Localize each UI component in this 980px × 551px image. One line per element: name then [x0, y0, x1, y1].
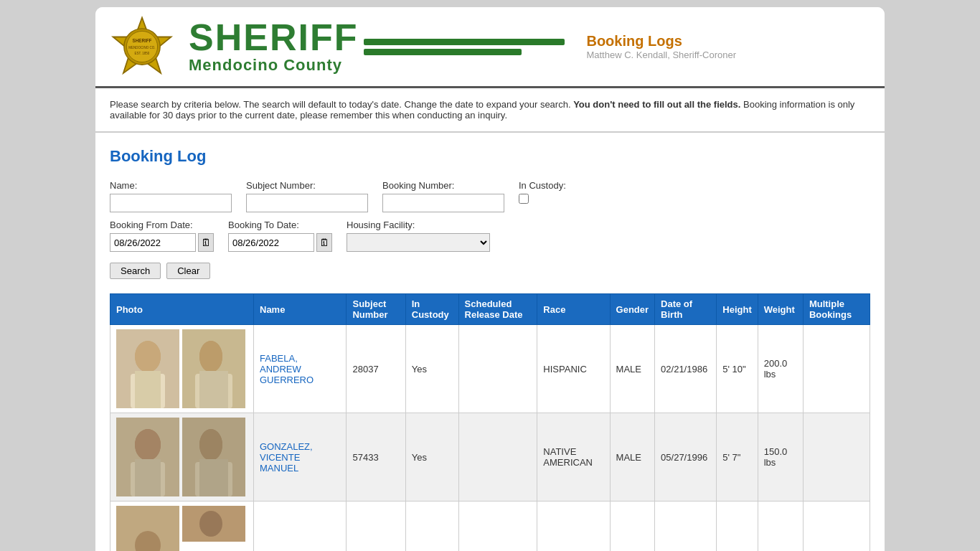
- scheduled-release-cell-2: [458, 413, 537, 501]
- in-custody-checkbox[interactable]: [519, 194, 529, 204]
- booking-from-group: Booking From Date: 🗓: [110, 220, 214, 252]
- height-cell-2: 5' 7": [717, 413, 758, 501]
- mugshot-front-2: [116, 418, 179, 496]
- col-photo: Photo: [110, 294, 254, 325]
- subject-number-input[interactable]: [246, 194, 368, 212]
- booking-logs-block: Booking Logs Matthew C. Kendall, Sheriff…: [586, 33, 736, 60]
- dob-cell-2: 05/27/1996: [655, 413, 717, 501]
- table-row: [110, 501, 870, 552]
- subject-number-cell-3: [347, 501, 405, 552]
- name-link-1[interactable]: FABELA, ANDREW GUERRERO: [260, 353, 314, 385]
- table-body: FABELA, ANDREW GUERRERO 28037 Yes HISPAN…: [110, 325, 870, 552]
- svg-rect-10: [135, 371, 161, 408]
- green-bars: [364, 39, 565, 55]
- name-field-group: Name:: [110, 180, 232, 212]
- form-row-1: Name: Subject Number: Booking Number: In…: [110, 180, 870, 212]
- weight-cell-2: 150.0 lbs: [758, 413, 803, 501]
- name-cell-2[interactable]: GONZALEZ, VICENTE MANUEL: [254, 413, 347, 501]
- booking-number-input[interactable]: [382, 194, 504, 212]
- info-text-1: Please search by criteria below. The sea…: [110, 99, 571, 110]
- table-header-row: Photo Name Subject Number In Custody Sch…: [110, 294, 870, 325]
- subject-number-cell-1: 28037: [347, 325, 405, 413]
- subject-number-cell-2: 57433: [347, 413, 405, 501]
- svg-point-29: [199, 511, 222, 537]
- dob-cell-3: [655, 501, 717, 552]
- col-weight: Weight: [758, 294, 803, 325]
- race-cell-3: [537, 501, 610, 552]
- name-input[interactable]: [110, 194, 232, 212]
- booking-to-date-wrapper: 🗓: [228, 233, 332, 252]
- mugshot-side-1: [182, 329, 245, 408]
- booking-from-input[interactable]: [110, 233, 196, 252]
- table-row: FABELA, ANDREW GUERRERO 28037 Yes HISPAN…: [110, 325, 870, 413]
- weight-cell-3: [758, 501, 803, 552]
- table-header: Photo Name Subject Number In Custody Sch…: [110, 294, 870, 325]
- race-cell-1: HISPANIC: [537, 325, 610, 413]
- mugshot-front-1: [116, 329, 179, 408]
- housing-facility-select[interactable]: [347, 233, 490, 252]
- sheriff-badge: SHERIFF MENDOCINO CO. EST. 1850: [110, 14, 174, 79]
- sheriff-title: SHERIFF: [189, 19, 358, 56]
- booking-from-label: Booking From Date:: [110, 220, 214, 230]
- name-cell-3: [254, 501, 347, 552]
- sheriff-name: Matthew C. Kendall, Sheriff-Coroner: [586, 50, 736, 60]
- weight-cell-1: 200.0 lbs: [758, 325, 803, 413]
- photo-pair-1: [116, 329, 248, 408]
- svg-text:MENDOCINO CO.: MENDOCINO CO.: [128, 46, 155, 50]
- svg-rect-20: [135, 459, 161, 496]
- booking-from-date-wrapper: 🗓: [110, 233, 214, 252]
- table-row: GONZALEZ, VICENTE MANUEL 57433 Yes NATIV…: [110, 413, 870, 501]
- name-cell-1[interactable]: FABELA, ANDREW GUERRERO: [254, 325, 347, 413]
- col-gender: Gender: [610, 294, 655, 325]
- svg-rect-25: [199, 459, 228, 496]
- booking-from-calendar-button[interactable]: 🗓: [198, 233, 214, 252]
- svg-point-9: [135, 341, 161, 372]
- race-cell-2: NATIVE AMERICAN: [537, 413, 610, 501]
- in-custody-group: In Custody:: [519, 180, 566, 212]
- button-row: Search Clear: [110, 263, 870, 279]
- mugshot-side-2: [182, 418, 245, 496]
- results-table: Photo Name Subject Number In Custody Sch…: [110, 293, 870, 551]
- col-multiple-bookings: Multiple Bookings: [803, 294, 870, 325]
- name-link-2[interactable]: GONZALEZ, VICENTE MANUEL: [260, 441, 313, 474]
- col-in-custody: In Custody: [405, 294, 458, 325]
- scheduled-release-cell-1: [458, 325, 537, 413]
- svg-point-24: [199, 429, 222, 461]
- photo-cell-3: [110, 501, 254, 552]
- in-custody-cell-2: Yes: [405, 413, 458, 501]
- housing-facility-label: Housing Facility:: [347, 220, 490, 230]
- content-section: Booking Log Name: Subject Number: Bookin…: [95, 133, 885, 551]
- green-bar-1: [364, 39, 565, 45]
- name-label: Name:: [110, 180, 232, 191]
- svg-text:SHERIFF: SHERIFF: [133, 38, 152, 43]
- col-scheduled-release: Scheduled Release Date: [458, 294, 537, 325]
- sheriff-subtitle: Mendocino County: [189, 56, 358, 75]
- svg-text:EST. 1850: EST. 1850: [135, 52, 150, 55]
- in-custody-label: In Custody:: [519, 180, 566, 191]
- booking-to-input[interactable]: [228, 233, 314, 252]
- height-cell-1: 5' 10": [717, 325, 758, 413]
- clear-button[interactable]: Clear: [166, 263, 210, 279]
- multiple-bookings-cell-1: [803, 325, 870, 413]
- subject-number-label: Subject Number:: [246, 180, 368, 191]
- booking-number-field-group: Booking Number:: [382, 180, 504, 212]
- col-dob: Date of Birth: [655, 294, 717, 325]
- info-bold: You don't need to fill out all the field…: [573, 99, 740, 110]
- booking-logs-title: Booking Logs: [586, 33, 736, 50]
- page-title: Booking Log: [110, 147, 870, 166]
- green-bar-2: [364, 49, 522, 55]
- subject-number-field-group: Subject Number:: [246, 180, 368, 212]
- booking-to-calendar-button[interactable]: 🗓: [316, 233, 332, 252]
- multiple-bookings-cell-2: [803, 413, 870, 501]
- in-custody-cell-3: [405, 501, 458, 552]
- col-race: Race: [537, 294, 610, 325]
- booking-to-label: Booking To Date:: [228, 220, 332, 230]
- header: SHERIFF MENDOCINO CO. EST. 1850 SHERIFF …: [95, 7, 885, 88]
- sheriff-title-block: SHERIFF Mendocino County: [189, 19, 565, 75]
- search-button[interactable]: Search: [110, 263, 161, 279]
- gender-cell-3: [610, 501, 655, 552]
- gender-cell-1: MALE: [610, 325, 655, 413]
- form-row-2: Booking From Date: 🗓 Booking To Date: 🗓 …: [110, 220, 870, 252]
- in-custody-cell-1: Yes: [405, 325, 458, 413]
- info-section: Please search by criteria below. The sea…: [95, 88, 885, 133]
